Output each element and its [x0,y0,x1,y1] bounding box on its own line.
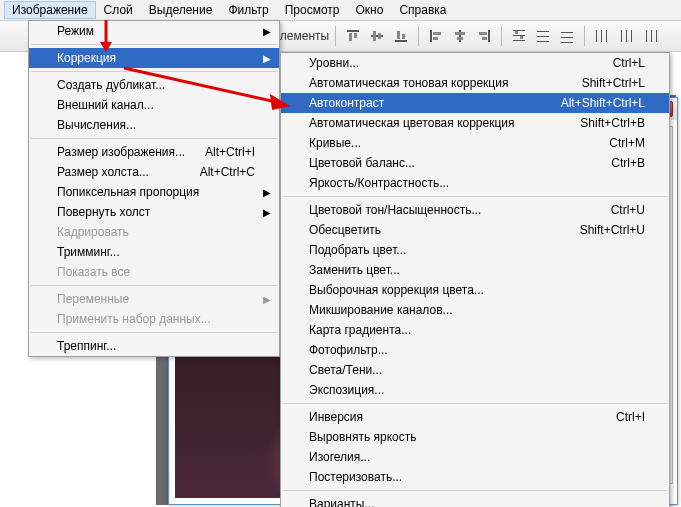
toolbar-separator [418,26,419,46]
menu-exposure[interactable]: Экспозиция... [281,380,669,400]
menu-separator [31,44,277,45]
menu-calculations[interactable]: Вычисления... [29,115,279,135]
svg-rect-12 [459,30,461,42]
svg-rect-0 [347,30,359,32]
menu-pixel-aspect[interactable]: Попиксельная пропорция▶ [29,182,279,202]
menu-mode[interactable]: Режим▶ [29,21,279,41]
menu-variations[interactable]: Варианты... [281,494,669,507]
svg-rect-37 [656,30,657,42]
menu-select[interactable]: Выделение [141,1,221,19]
toolbar-separator [501,26,502,46]
menu-trim[interactable]: Тримминг... [29,242,279,262]
svg-rect-19 [513,35,525,36]
svg-rect-16 [479,32,487,35]
menu-separator [31,332,277,333]
menu-reveal-all: Показать все [29,262,279,282]
distribute-bottom-icon[interactable] [556,26,578,46]
menu-separator [283,490,667,491]
distribute-top-icon[interactable] [508,26,530,46]
svg-rect-32 [621,30,622,42]
menu-window[interactable]: Окно [348,1,392,19]
svg-rect-25 [537,41,549,42]
menu-crop: Кадрировать [29,222,279,242]
svg-rect-18 [513,30,525,31]
svg-rect-14 [457,37,463,40]
menu-hue-saturation[interactable]: Цветовой тон/Насыщенность...Ctrl+U [281,200,669,220]
menu-apply-dataset: Применить набор данных... [29,309,279,329]
menu-auto-tone[interactable]: Автоматическая тоновая коррекцияShift+Ct… [281,73,669,93]
menu-image-size[interactable]: Размер изображения...Alt+Ctrl+I [29,142,279,162]
dropdown-image: Режим▶ Коррекция▶ Создать дубликат... Вн… [28,20,280,357]
svg-rect-30 [601,30,602,42]
svg-rect-11 [433,37,438,40]
menu-canvas-size[interactable]: Размер холста...Alt+Ctrl+C [29,162,279,182]
distribute-right-icon[interactable] [639,26,661,46]
svg-rect-10 [433,32,441,35]
menu-brightness-contrast[interactable]: Яркость/Контрастность... [281,173,669,193]
svg-rect-4 [373,31,376,41]
svg-rect-7 [397,31,400,39]
svg-rect-21 [515,31,518,34]
align-top-icon[interactable] [342,26,364,46]
menu-selective-color[interactable]: Выборочная коррекция цвета... [281,280,669,300]
menu-trapping[interactable]: Треппинг... [29,336,279,356]
svg-rect-24 [537,36,549,37]
menu-levels[interactable]: Уровни...Ctrl+L [281,53,669,73]
menu-replace-color[interactable]: Заменить цвет... [281,260,669,280]
menu-photo-filter[interactable]: Фотофильтр... [281,340,669,360]
menu-duplicate[interactable]: Создать дубликат... [29,75,279,95]
menu-channel-mixer[interactable]: Микширование каналов... [281,300,669,320]
menu-rotate-canvas[interactable]: Повернуть холст▶ [29,202,279,222]
menu-filter[interactable]: Фильтр [220,1,276,19]
menu-color-balance[interactable]: Цветовой баланс...Ctrl+B [281,153,669,173]
submenu-arrow-icon: ▶ [263,294,271,305]
align-bottom-icon[interactable] [390,26,412,46]
menubar: Изображение Слой Выделение Фильтр Просмо… [0,0,681,20]
svg-rect-2 [354,33,357,38]
menu-apply-image[interactable]: Внешний канал... [29,95,279,115]
menu-image[interactable]: Изображение [4,1,96,19]
svg-rect-28 [561,42,573,43]
menu-shadow-highlight[interactable]: Света/Тени... [281,360,669,380]
distribute-vcenter-icon[interactable] [532,26,554,46]
menu-threshold[interactable]: Изогелия... [281,447,669,467]
menu-invert[interactable]: ИнверсияCtrl+I [281,407,669,427]
menu-match-color[interactable]: Подобрать цвет... [281,240,669,260]
menu-help[interactable]: Справка [391,1,454,19]
svg-rect-6 [395,40,407,42]
submenu-arrow-icon: ▶ [263,207,271,218]
submenu-arrow-icon: ▶ [263,26,271,37]
svg-rect-5 [378,33,381,39]
distribute-hcenter-icon[interactable] [615,26,637,46]
align-hcenter-icon[interactable] [449,26,471,46]
svg-rect-3 [371,35,383,37]
svg-rect-8 [402,34,405,39]
align-right-icon[interactable] [473,26,495,46]
menu-auto-color[interactable]: Автоматическая цветовая коррекцияShift+C… [281,113,669,133]
svg-rect-17 [482,37,487,40]
menu-gradient-map[interactable]: Карта градиента... [281,320,669,340]
menu-separator [283,196,667,197]
align-left-icon[interactable] [425,26,447,46]
svg-rect-26 [561,32,573,33]
svg-rect-27 [561,37,573,38]
svg-rect-36 [651,30,652,42]
menu-view[interactable]: Просмотр [277,1,348,19]
svg-rect-33 [626,30,627,42]
menu-posterize[interactable]: Постеризовать... [281,467,669,487]
menu-separator [283,403,667,404]
menu-curves[interactable]: Кривые...Ctrl+M [281,133,669,153]
align-vcenter-icon[interactable] [366,26,388,46]
menu-variables: Переменные▶ [29,289,279,309]
menu-auto-contrast[interactable]: АвтоконтрастAlt+Shift+Ctrl+L [281,93,669,113]
svg-rect-9 [430,30,432,42]
menu-layer[interactable]: Слой [96,1,141,19]
svg-rect-29 [596,30,597,42]
svg-rect-13 [455,32,465,35]
svg-rect-31 [606,30,607,42]
menu-adjustments[interactable]: Коррекция▶ [29,48,279,68]
menu-equalize[interactable]: Выровнять яркость [281,427,669,447]
menu-desaturate[interactable]: ОбесцветитьShift+Ctrl+U [281,220,669,240]
toolbar-separator [335,26,336,46]
distribute-left-icon[interactable] [591,26,613,46]
